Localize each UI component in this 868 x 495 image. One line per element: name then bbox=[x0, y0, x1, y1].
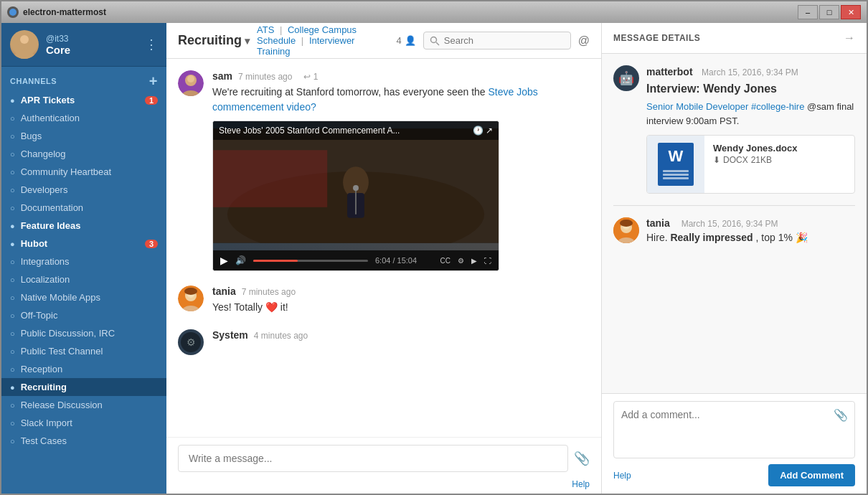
sidebar-item-bugs[interactable]: ○ Bugs bbox=[1, 127, 166, 145]
panel-header: MESSAGE DETAILS → bbox=[602, 23, 867, 54]
sidebar-item-authentication[interactable]: ○ Authentication bbox=[1, 109, 166, 127]
sidebar-item-integrations[interactable]: ○ Integrations bbox=[1, 253, 166, 270]
user-menu-button[interactable]: ⋮ bbox=[145, 37, 158, 52]
sidebar-item-label: Recruiting bbox=[21, 382, 158, 392]
comment-input[interactable] bbox=[613, 401, 855, 458]
sidebar-item-reception[interactable]: ○ Reception bbox=[1, 360, 166, 378]
sidebar-item-developers[interactable]: ○ Developers bbox=[1, 181, 166, 199]
comment-attach-icon[interactable]: 📎 bbox=[834, 408, 848, 422]
reply-avatar bbox=[613, 217, 639, 243]
sidebar-item-label: Changelog bbox=[21, 148, 158, 159]
search-box[interactable] bbox=[423, 32, 571, 50]
maximize-button[interactable]: □ bbox=[819, 5, 839, 19]
sidebar-item-community-heartbeat[interactable]: ○ Community Heartbeat bbox=[1, 163, 166, 181]
sidebar-item-changelog[interactable]: ○ Changelog bbox=[1, 145, 166, 163]
search-input[interactable] bbox=[444, 35, 565, 46]
settings-button[interactable]: ⚙ bbox=[458, 257, 464, 265]
file-card[interactable]: W Wendy Jones.docx bbox=[646, 135, 855, 194]
word-lines bbox=[663, 169, 689, 181]
sidebar-item-slack-import[interactable]: ○ Slack Import bbox=[1, 414, 166, 432]
search-icon bbox=[430, 36, 440, 46]
panel-close-button[interactable]: → bbox=[844, 32, 855, 44]
comment-help-link[interactable]: Help bbox=[613, 471, 631, 481]
message-time: 7 minutes ago bbox=[238, 72, 292, 82]
fullscreen-button[interactable]: ⛶ bbox=[484, 257, 491, 265]
channel-icon: ● bbox=[10, 240, 15, 248]
channel-icon: ○ bbox=[10, 365, 15, 374]
detail-link[interactable]: Senior Mobile Developer #college-hire bbox=[646, 101, 804, 112]
user-info: @it33 Core bbox=[46, 34, 138, 56]
channel-title[interactable]: Recruiting ▾ bbox=[178, 33, 250, 48]
window-controls: – □ ✕ bbox=[798, 5, 861, 19]
detail-title: Interview: Wendy Jones bbox=[646, 82, 855, 95]
video-thumbnail: Steve Jobs' 2005 Stanford Commencement A… bbox=[213, 121, 499, 250]
svg-point-4 bbox=[430, 37, 436, 42]
attach-icon[interactable]: 📎 bbox=[574, 451, 590, 466]
svg-point-22 bbox=[184, 288, 197, 295]
svg-line-5 bbox=[436, 42, 439, 45]
svg-point-3 bbox=[14, 50, 34, 59]
panel-title: MESSAGE DETAILS bbox=[613, 33, 700, 43]
sidebar-item-documentation[interactable]: ○ Documentation bbox=[1, 199, 166, 217]
add-channel-button[interactable]: + bbox=[149, 74, 158, 88]
add-comment-button[interactable]: Add Comment bbox=[768, 464, 855, 486]
member-count: 4 👤 bbox=[397, 35, 416, 46]
play-button[interactable]: ▶ bbox=[220, 255, 228, 266]
app-icon bbox=[7, 6, 19, 18]
video-embed[interactable]: Steve Jobs' 2005 Stanford Commencement A… bbox=[212, 121, 499, 271]
sidebar-item-test-cases[interactable]: ○ Test Cases bbox=[1, 432, 166, 450]
time-display: 6:04 / 15:04 bbox=[375, 256, 433, 265]
sidebar-item-label: Localization bbox=[21, 274, 158, 285]
minimize-button[interactable]: – bbox=[798, 5, 818, 19]
message-input[interactable] bbox=[178, 445, 568, 472]
message-link[interactable]: Steve Jobs commencement video? bbox=[212, 86, 538, 113]
reply-time: March 15, 2016, 9:34 PM bbox=[681, 219, 778, 229]
file-type: DOCX bbox=[723, 155, 748, 165]
video-controls[interactable]: ▶ 🔊 6:04 / 15:04 CC ⚙ ▶ ⛶ bbox=[213, 250, 499, 270]
sidebar-item-public-discussion-irc[interactable]: ○ Public Discussion, IRC bbox=[1, 324, 166, 342]
separator: | bbox=[280, 24, 282, 35]
reply-icon[interactable]: ↩ 1 bbox=[303, 72, 318, 82]
video-title-bar: Steve Jobs' 2005 Stanford Commencement A… bbox=[213, 121, 499, 140]
user-header[interactable]: @it33 Core ⋮ bbox=[1, 23, 166, 67]
reply-text-bold: Really impressed bbox=[670, 232, 753, 243]
members-icon: 👤 bbox=[405, 35, 416, 46]
channel-icon: ○ bbox=[10, 114, 15, 123]
sidebar-item-recruiting[interactable]: ● Recruiting bbox=[1, 378, 166, 396]
sidebar-item-apr-tickets[interactable]: ● APR Tickets 1 bbox=[1, 91, 166, 109]
cc-button[interactable]: CC bbox=[440, 257, 450, 265]
channel-icon: ○ bbox=[10, 293, 15, 302]
volume-button[interactable]: 🔊 bbox=[235, 255, 246, 265]
help-link[interactable]: Help bbox=[166, 479, 601, 494]
sidebar-item-hubot[interactable]: ● Hubot 3 bbox=[1, 235, 166, 253]
reply-text-before: Hire. bbox=[646, 232, 668, 243]
sidebar-item-off-topic[interactable]: ○ Off-Topic bbox=[1, 306, 166, 324]
youtube-button[interactable]: ▶ bbox=[471, 257, 477, 265]
detail-time: March 15, 2016, 9:34 PM bbox=[702, 67, 798, 77]
reply-author: tania bbox=[646, 217, 670, 229]
sidebar-item-localization[interactable]: ○ Localization bbox=[1, 270, 166, 288]
channel-link-ats[interactable]: ATS bbox=[257, 24, 274, 35]
reply-message: tania March 15, 2016, 9:34 PM Hire. Real… bbox=[613, 217, 855, 243]
user-handle: @it33 bbox=[46, 34, 138, 44]
video-title: Steve Jobs' 2005 Stanford Commencement A… bbox=[219, 126, 400, 136]
progress-fill bbox=[253, 260, 298, 262]
sidebar-item-feature-ideas[interactable]: ● Feature Ideas bbox=[1, 217, 166, 235]
detail-content: matterbot March 15, 2016, 9:34 PM Interv… bbox=[646, 65, 855, 194]
channel-icon: ○ bbox=[10, 258, 15, 266]
progress-bar[interactable] bbox=[253, 260, 368, 262]
channels-section-header: CHANNELS + bbox=[1, 67, 166, 91]
sidebar-item-native-mobile-apps[interactable]: ○ Native Mobile Apps bbox=[1, 288, 166, 306]
member-count-number: 4 bbox=[397, 35, 402, 46]
sidebar-item-public-test-channel[interactable]: ○ Public Test Channel bbox=[1, 342, 166, 360]
at-icon[interactable]: @ bbox=[578, 34, 590, 47]
svg-point-0 bbox=[9, 9, 16, 16]
matterbot-avatar: 🤖 bbox=[613, 65, 639, 91]
message-content: tania 7 minutes ago Yes! Totally ❤️ it! bbox=[212, 286, 590, 315]
sidebar-item-label: Release Discussion bbox=[21, 400, 158, 410]
sidebar-item-release-discussion[interactable]: ○ Release Discussion bbox=[1, 396, 166, 414]
main-chat: Recruiting ▾ ATS | College Campus Schedu… bbox=[166, 23, 601, 494]
close-button[interactable]: ✕ bbox=[841, 5, 861, 19]
detail-author: matterbot bbox=[646, 66, 693, 77]
user-team: Core bbox=[46, 44, 138, 56]
